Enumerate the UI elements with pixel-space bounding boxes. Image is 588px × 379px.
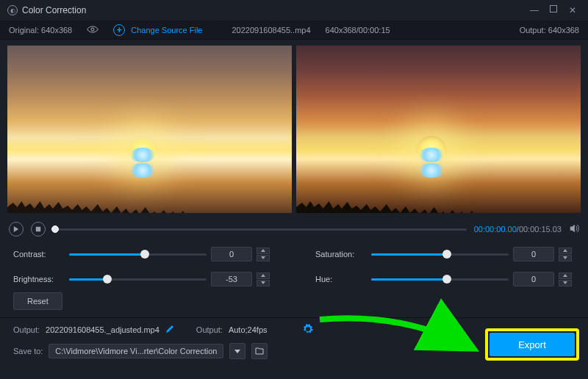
timecode: 00:00:00.00/00:00:15.03: [474, 225, 562, 234]
contrast-value[interactable]: 0: [211, 247, 252, 261]
minimize-button[interactable]: [529, 5, 539, 15]
preview-original: [7, 46, 292, 213]
contrast-stepper[interactable]: [257, 248, 273, 261]
seek-track[interactable]: [53, 228, 467, 231]
brightness-value[interactable]: -53: [211, 272, 252, 286]
export-highlight: Export: [485, 328, 579, 361]
saturation-value[interactable]: 0: [513, 247, 554, 261]
source-meta: 640x368/00:00:15: [326, 26, 390, 35]
plus-circle-icon: +: [113, 24, 125, 36]
brightness-slider[interactable]: [69, 278, 207, 281]
svg-rect-1: [36, 227, 40, 231]
original-label: Original: 640x368: [9, 26, 72, 35]
change-source-label: Change Source File: [131, 26, 202, 35]
export-button[interactable]: Export: [490, 333, 575, 356]
preview-toggle-icon[interactable]: [87, 25, 98, 35]
hue-value[interactable]: 0: [513, 272, 554, 286]
contrast-label: Contrast:: [13, 250, 65, 259]
close-button[interactable]: [567, 5, 578, 15]
preview-adjusted: [296, 46, 581, 213]
titlebar: ◐ Color Correction: [0, 0, 588, 21]
preview-panes: [0, 40, 588, 216]
window-title: Color Correction: [22, 5, 86, 15]
window-controls: [529, 5, 581, 15]
open-folder-button[interactable]: [251, 343, 268, 359]
output-format-label: Output:: [196, 325, 223, 334]
source-filename: 2022091608455..mp4: [232, 26, 310, 35]
info-bar: Original: 640x368 + Change Source File 2…: [0, 21, 588, 40]
svg-point-0: [91, 28, 94, 31]
hue-stepper[interactable]: [559, 272, 575, 286]
save-path[interactable]: C:\Vidmore\Vidmore Vi...rter\Color Corre…: [49, 344, 223, 358]
hue-slider[interactable]: [371, 278, 509, 281]
saturation-slider[interactable]: [371, 253, 509, 256]
brightness-stepper[interactable]: [257, 272, 273, 286]
hue-label: Hue:: [315, 275, 367, 284]
output-filename: 2022091608455._adjusted.mp4: [46, 325, 159, 334]
edit-filename-icon[interactable]: [165, 325, 174, 335]
saturation-label: Saturation:: [315, 250, 367, 259]
save-path-dropdown[interactable]: [229, 343, 245, 359]
output-res: Output: 640x368: [520, 26, 579, 35]
play-button[interactable]: [9, 222, 24, 237]
output-file-label: Output:: [13, 325, 40, 334]
app-logo-icon: ◐: [7, 5, 18, 15]
contrast-slider[interactable]: [69, 253, 207, 256]
color-adjustments: Contrast: 0 Saturation: 0 Brightness: -5…: [0, 242, 588, 292]
save-to-label: Save to:: [13, 347, 43, 355]
brightness-label: Brightness:: [13, 275, 65, 284]
seek-thumb[interactable]: [51, 225, 59, 233]
volume-icon[interactable]: [569, 223, 579, 236]
output-format-value: Auto;24fps: [229, 325, 268, 334]
playback-bar: 00:00:00.00/00:00:15.03: [0, 216, 588, 242]
stop-button[interactable]: [31, 222, 46, 237]
maximize-button[interactable]: [550, 5, 557, 12]
reset-row: Reset: [0, 292, 588, 317]
format-settings-icon[interactable]: [303, 324, 313, 336]
saturation-stepper[interactable]: [559, 248, 575, 261]
reset-button[interactable]: Reset: [13, 292, 62, 310]
change-source-button[interactable]: + Change Source File: [113, 24, 202, 36]
bottom-panel: Output: 2022091608455._adjusted.mp4 Outp…: [0, 318, 588, 367]
